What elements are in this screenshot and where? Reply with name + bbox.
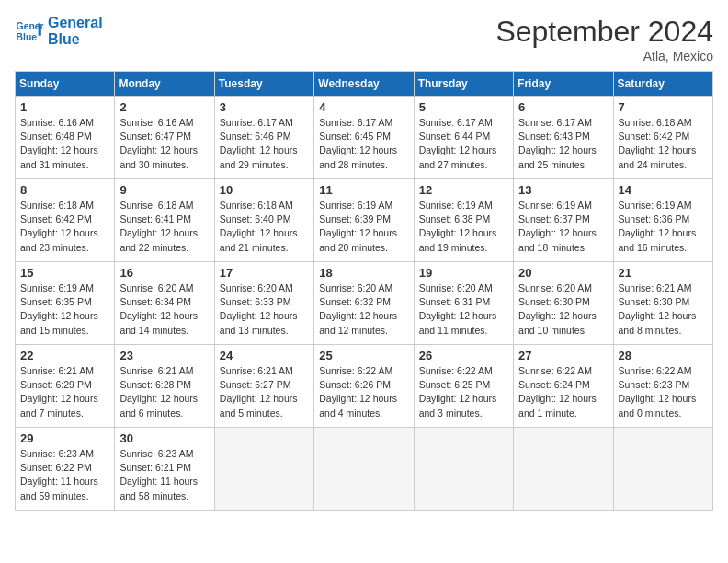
calendar-body: 1Sunrise: 6:16 AM Sunset: 6:48 PM Daylig…	[16, 97, 713, 511]
calendar-cell: 26Sunrise: 6:22 AM Sunset: 6:25 PM Dayli…	[414, 345, 513, 428]
calendar-cell: 29Sunrise: 6:23 AM Sunset: 6:22 PM Dayli…	[16, 428, 115, 511]
cell-sun-info: Sunrise: 6:16 AM Sunset: 6:48 PM Dayligh…	[20, 116, 109, 172]
day-header-monday: Monday	[115, 72, 214, 97]
calendar-cell: 20Sunrise: 6:20 AM Sunset: 6:30 PM Dayli…	[514, 262, 613, 345]
day-number: 18	[319, 266, 408, 280]
week-row-2: 8Sunrise: 6:18 AM Sunset: 6:42 PM Daylig…	[16, 179, 713, 262]
cell-sun-info: Sunrise: 6:22 AM Sunset: 6:25 PM Dayligh…	[419, 364, 508, 420]
day-number: 1	[20, 100, 109, 114]
cell-sun-info: Sunrise: 6:21 AM Sunset: 6:27 PM Dayligh…	[220, 364, 309, 420]
day-number: 10	[220, 183, 309, 197]
calendar-cell: 5Sunrise: 6:17 AM Sunset: 6:44 PM Daylig…	[414, 97, 513, 179]
cell-sun-info: Sunrise: 6:19 AM Sunset: 6:35 PM Dayligh…	[20, 282, 109, 338]
cell-sun-info: Sunrise: 6:17 AM Sunset: 6:44 PM Dayligh…	[419, 116, 508, 172]
cell-sun-info: Sunrise: 6:17 AM Sunset: 6:46 PM Dayligh…	[220, 116, 309, 172]
svg-text:Blue: Blue	[17, 31, 38, 41]
calendar-cell: 19Sunrise: 6:20 AM Sunset: 6:31 PM Dayli…	[414, 262, 513, 345]
logo: General Blue GeneralBlue	[15, 15, 103, 47]
cell-sun-info: Sunrise: 6:22 AM Sunset: 6:23 PM Dayligh…	[619, 364, 708, 420]
day-number: 13	[518, 183, 608, 197]
cell-sun-info: Sunrise: 6:19 AM Sunset: 6:38 PM Dayligh…	[419, 199, 508, 255]
calendar-table: SundayMondayTuesdayWednesdayThursdayFrid…	[15, 71, 713, 511]
cell-sun-info: Sunrise: 6:21 AM Sunset: 6:30 PM Dayligh…	[619, 282, 708, 338]
day-number: 5	[419, 100, 508, 114]
calendar-cell: 8Sunrise: 6:18 AM Sunset: 6:42 PM Daylig…	[16, 179, 115, 262]
cell-sun-info: Sunrise: 6:18 AM Sunset: 6:41 PM Dayligh…	[119, 199, 209, 255]
calendar-cell	[514, 428, 613, 511]
cell-sun-info: Sunrise: 6:17 AM Sunset: 6:45 PM Dayligh…	[319, 116, 408, 172]
calendar-cell: 21Sunrise: 6:21 AM Sunset: 6:30 PM Dayli…	[613, 262, 712, 345]
cell-sun-info: Sunrise: 6:18 AM Sunset: 6:42 PM Dayligh…	[20, 199, 109, 255]
day-header-thursday: Thursday	[414, 72, 513, 97]
day-number: 22	[20, 349, 109, 362]
calendar-cell	[214, 428, 313, 511]
week-row-1: 1Sunrise: 6:16 AM Sunset: 6:48 PM Daylig…	[16, 97, 713, 179]
calendar-cell: 22Sunrise: 6:21 AM Sunset: 6:29 PM Dayli…	[16, 345, 115, 428]
cell-sun-info: Sunrise: 6:20 AM Sunset: 6:34 PM Dayligh…	[119, 282, 209, 338]
day-header-wednesday: Wednesday	[314, 72, 414, 97]
calendar-cell: 11Sunrise: 6:19 AM Sunset: 6:39 PM Dayli…	[314, 179, 414, 262]
calendar-cell: 27Sunrise: 6:22 AM Sunset: 6:24 PM Dayli…	[514, 345, 613, 428]
title-block: September 2024 Atla, Mexico	[495, 15, 713, 63]
day-number: 21	[619, 266, 708, 280]
cell-sun-info: Sunrise: 6:21 AM Sunset: 6:28 PM Dayligh…	[119, 364, 209, 420]
calendar-cell	[314, 428, 414, 511]
calendar-cell: 3Sunrise: 6:17 AM Sunset: 6:46 PM Daylig…	[214, 97, 313, 179]
calendar-cell: 9Sunrise: 6:18 AM Sunset: 6:41 PM Daylig…	[115, 179, 214, 262]
cell-sun-info: Sunrise: 6:18 AM Sunset: 6:40 PM Dayligh…	[220, 199, 309, 255]
calendar-cell: 13Sunrise: 6:19 AM Sunset: 6:37 PM Dayli…	[514, 179, 613, 262]
logo-icon: General Blue	[15, 17, 44, 46]
day-number: 3	[220, 100, 309, 114]
calendar-cell: 7Sunrise: 6:18 AM Sunset: 6:42 PM Daylig…	[613, 97, 712, 179]
day-number: 15	[20, 266, 109, 280]
day-header-tuesday: Tuesday	[214, 72, 313, 97]
calendar-cell: 6Sunrise: 6:17 AM Sunset: 6:43 PM Daylig…	[514, 97, 613, 179]
day-header-friday: Friday	[514, 72, 613, 97]
calendar-header-row: SundayMondayTuesdayWednesdayThursdayFrid…	[16, 72, 713, 97]
cell-sun-info: Sunrise: 6:16 AM Sunset: 6:47 PM Dayligh…	[119, 116, 209, 172]
calendar-cell: 2Sunrise: 6:16 AM Sunset: 6:47 PM Daylig…	[115, 97, 214, 179]
cell-sun-info: Sunrise: 6:23 AM Sunset: 6:22 PM Dayligh…	[20, 447, 109, 503]
calendar-cell: 17Sunrise: 6:20 AM Sunset: 6:33 PM Dayli…	[214, 262, 313, 345]
day-number: 14	[619, 183, 708, 197]
day-number: 20	[518, 266, 608, 280]
day-number: 26	[419, 349, 508, 362]
day-number: 2	[119, 100, 209, 114]
calendar-cell: 25Sunrise: 6:22 AM Sunset: 6:26 PM Dayli…	[314, 345, 414, 428]
week-row-4: 22Sunrise: 6:21 AM Sunset: 6:29 PM Dayli…	[16, 345, 713, 428]
calendar-cell: 15Sunrise: 6:19 AM Sunset: 6:35 PM Dayli…	[16, 262, 115, 345]
calendar-cell	[414, 428, 513, 511]
cell-sun-info: Sunrise: 6:20 AM Sunset: 6:33 PM Dayligh…	[220, 282, 309, 338]
cell-sun-info: Sunrise: 6:20 AM Sunset: 6:30 PM Dayligh…	[518, 282, 608, 338]
day-number: 16	[119, 266, 209, 280]
calendar-cell: 16Sunrise: 6:20 AM Sunset: 6:34 PM Dayli…	[115, 262, 214, 345]
calendar-cell: 10Sunrise: 6:18 AM Sunset: 6:40 PM Dayli…	[214, 179, 313, 262]
day-header-saturday: Saturday	[613, 72, 712, 97]
calendar-cell	[613, 428, 712, 511]
cell-sun-info: Sunrise: 6:19 AM Sunset: 6:36 PM Dayligh…	[619, 199, 708, 255]
calendar-cell: 28Sunrise: 6:22 AM Sunset: 6:23 PM Dayli…	[613, 345, 712, 428]
day-number: 23	[119, 349, 209, 362]
day-number: 8	[20, 183, 109, 197]
day-header-sunday: Sunday	[16, 72, 115, 97]
cell-sun-info: Sunrise: 6:22 AM Sunset: 6:24 PM Dayligh…	[518, 364, 608, 420]
day-number: 28	[619, 349, 708, 362]
page-header: General Blue GeneralBlue September 2024 …	[15, 15, 713, 63]
calendar-cell: 1Sunrise: 6:16 AM Sunset: 6:48 PM Daylig…	[16, 97, 115, 179]
day-number: 17	[220, 266, 309, 280]
calendar-cell: 24Sunrise: 6:21 AM Sunset: 6:27 PM Dayli…	[214, 345, 313, 428]
day-number: 24	[220, 349, 309, 362]
day-number: 7	[619, 100, 708, 114]
calendar-cell: 18Sunrise: 6:20 AM Sunset: 6:32 PM Dayli…	[314, 262, 414, 345]
week-row-5: 29Sunrise: 6:23 AM Sunset: 6:22 PM Dayli…	[16, 428, 713, 511]
cell-sun-info: Sunrise: 6:18 AM Sunset: 6:42 PM Dayligh…	[619, 116, 708, 172]
day-number: 11	[319, 183, 408, 197]
cell-sun-info: Sunrise: 6:21 AM Sunset: 6:29 PM Dayligh…	[20, 364, 109, 420]
cell-sun-info: Sunrise: 6:22 AM Sunset: 6:26 PM Dayligh…	[319, 364, 408, 420]
day-number: 4	[319, 100, 408, 114]
calendar-cell: 14Sunrise: 6:19 AM Sunset: 6:36 PM Dayli…	[613, 179, 712, 262]
day-number: 29	[20, 431, 109, 445]
calendar-cell: 12Sunrise: 6:19 AM Sunset: 6:38 PM Dayli…	[414, 179, 513, 262]
cell-sun-info: Sunrise: 6:20 AM Sunset: 6:31 PM Dayligh…	[419, 282, 508, 338]
calendar-cell: 30Sunrise: 6:23 AM Sunset: 6:21 PM Dayli…	[115, 428, 214, 511]
